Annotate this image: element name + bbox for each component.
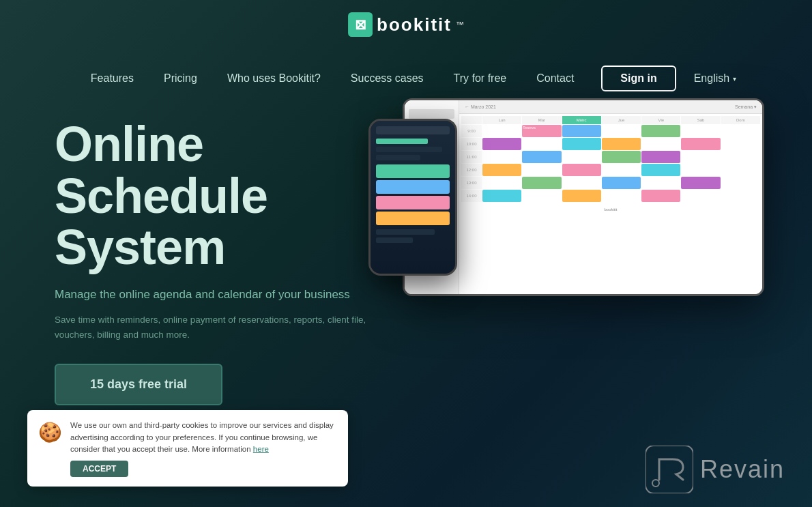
trial-button[interactable]: 15 days free trial	[55, 364, 222, 405]
tablet-brand-label: bookitit	[459, 205, 762, 214]
svg-point-3	[652, 480, 659, 487]
logo[interactable]: ⊠ bookitit ™	[348, 12, 464, 37]
hero-section: Online Schedule System Manage the online…	[0, 98, 812, 405]
nav-features[interactable]: Features	[76, 67, 149, 90]
cookie-notice: 🍪 We use our own and third-party cookies…	[27, 410, 348, 487]
phone-mockup	[368, 119, 457, 276]
language-label: English	[694, 72, 729, 85]
main-nav: Features Pricing Who uses Bookitit? Succ…	[0, 66, 812, 91]
nav-success-cases[interactable]: Success cases	[336, 67, 439, 90]
cookie-more-link[interactable]: here	[253, 445, 269, 453]
hero-description: Save time with reminders, online payment…	[55, 313, 368, 342]
nav-pricing[interactable]: Pricing	[149, 67, 212, 90]
nav-who-uses[interactable]: Who uses Bookitit?	[212, 67, 336, 90]
svg-text:⊠: ⊠	[355, 17, 366, 32]
cookie-text: We use our own and third-party cookies t…	[70, 420, 337, 455]
svg-rect-2	[646, 446, 693, 493]
revain-logo: Revain	[646, 446, 785, 493]
nav-try-for-free[interactable]: Try for free	[439, 67, 522, 90]
hero-subtitle: Manage the online agenda and calendar of…	[55, 286, 368, 304]
nav-contact[interactable]: Contact	[521, 67, 589, 90]
cookie-icon: 🍪	[38, 421, 62, 444]
hero-title: Online Schedule System	[55, 119, 368, 274]
language-selector[interactable]: English ▾	[694, 72, 736, 85]
signin-button[interactable]: Sign in	[601, 66, 676, 91]
brand-name: bookitit	[377, 14, 452, 35]
hero-screenshot: ← Marzo 2021 Semana ▾ Lun Mar Miérc	[382, 98, 771, 303]
cookie-accept-button[interactable]: ACCEPT	[70, 461, 128, 477]
hero-text: Online Schedule System Manage the online…	[55, 105, 368, 405]
revain-label: Revain	[700, 455, 785, 484]
chevron-down-icon: ▾	[733, 75, 736, 83]
revain-icon	[646, 446, 693, 493]
